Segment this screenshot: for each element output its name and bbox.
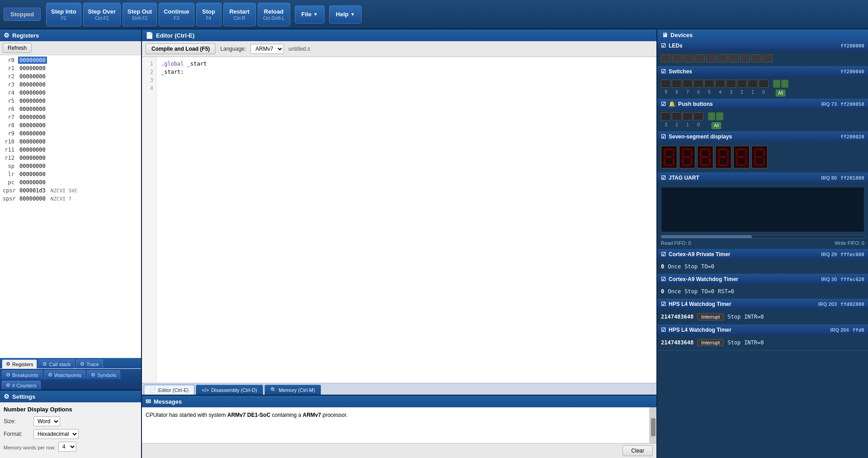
reg-value-r10[interactable]: 00000000: [18, 138, 47, 145]
reg-value-r5[interactable]: 00000000: [18, 97, 47, 105]
reg-value-r6[interactable]: 00000000: [18, 105, 47, 113]
led-3[interactable]: [695, 54, 705, 62]
register-row-r8[interactable]: r800000000: [0, 121, 141, 129]
reg-value-lr[interactable]: 00000000: [18, 171, 47, 178]
refresh-button[interactable]: Refresh: [3, 43, 32, 53]
led-7[interactable]: [740, 54, 750, 62]
reg-value-r3[interactable]: 00000000: [18, 81, 47, 88]
language-select[interactable]: ARMv7: [250, 44, 284, 54]
register-row-r4[interactable]: r400000000: [0, 89, 141, 97]
clear-button[interactable]: Clear: [623, 445, 653, 456]
compile-button[interactable]: Compile and Load (F5): [146, 43, 216, 54]
tab-trace[interactable]: ⚙ Trace: [76, 359, 103, 368]
seg-digit-3[interactable]: [715, 146, 731, 168]
memwords-select[interactable]: 4: [58, 442, 76, 452]
led-1[interactable]: [672, 54, 682, 62]
reg-value-sp[interactable]: 00000000: [18, 162, 47, 170]
reg-value-r11[interactable]: 00000000: [18, 146, 47, 153]
seg-digit-5[interactable]: [751, 146, 768, 168]
step-over-button[interactable]: Step Over Ctrl-F2: [83, 3, 121, 26]
led-9[interactable]: [763, 54, 773, 62]
help-menu-button[interactable]: Help ▼: [329, 5, 362, 24]
tab-symbols[interactable]: ⚙ Symbols: [87, 370, 120, 379]
led-5[interactable]: [717, 54, 727, 62]
editor-body[interactable]: 1 2 3 4 .global _start _start:: [142, 57, 656, 383]
pushbtn-2[interactable]: [672, 112, 682, 120]
seg-digit-0[interactable]: [661, 146, 677, 168]
editor-tab-disassembly[interactable]: </> Disassembly (Ctrl-D): [196, 385, 263, 395]
stop-button[interactable]: Stop F4: [196, 3, 222, 26]
step-out-button[interactable]: Step Out Shift-F2: [123, 3, 157, 26]
switch-3[interactable]: [726, 80, 736, 88]
switch-9[interactable]: [661, 80, 671, 88]
reg-value-cpsr[interactable]: 000001d3: [18, 187, 47, 194]
pushbtn-0[interactable]: [693, 112, 703, 120]
messages-scroll-thumb[interactable]: [651, 418, 656, 436]
register-row-r9[interactable]: r900000000: [0, 129, 141, 138]
register-row-r0[interactable]: r000000000: [0, 56, 141, 64]
switch-0[interactable]: [759, 80, 769, 88]
pushbtn-check-b[interactable]: [716, 112, 723, 120]
tab-watchpoints[interactable]: ⚙ Watchpoints: [44, 370, 85, 379]
switch-5[interactable]: [704, 80, 714, 88]
reg-value-r2[interactable]: 00000000: [18, 73, 47, 80]
reg-value-r7[interactable]: 00000000: [18, 114, 47, 121]
step-into-button[interactable]: Step Into F2: [46, 3, 81, 26]
continue-button[interactable]: Continue F3: [159, 3, 194, 26]
switch-7[interactable]: [683, 80, 693, 88]
register-row-r3[interactable]: r300000000: [0, 81, 141, 89]
messages-scrollbar[interactable]: [649, 407, 656, 443]
reload-button[interactable]: Reload Ctrl-Shift-L: [258, 3, 290, 26]
led-8[interactable]: [751, 54, 761, 62]
reg-value-r12[interactable]: 00000000: [18, 154, 47, 162]
editor-tab-editor[interactable]: 📄 Editor (Ctrl-E): [144, 385, 194, 395]
file-menu-button[interactable]: File ▼: [295, 5, 325, 24]
editor-tab-memory[interactable]: 🔍 Memory (Ctrl-M): [264, 385, 321, 395]
switch-check-b[interactable]: [781, 80, 788, 88]
switch-1[interactable]: [748, 80, 758, 88]
register-row-r2[interactable]: r200000000: [0, 72, 141, 81]
pushbtn-check-a[interactable]: [708, 112, 715, 120]
hps-l4-watchdog2-interrupt-btn[interactable]: Interrupt: [697, 339, 724, 346]
reg-value-pc[interactable]: 00000000: [18, 179, 47, 186]
code-area[interactable]: .global _start _start:: [156, 57, 656, 383]
register-row-cpsr[interactable]: cpsr000001d3NZCVI SVC: [0, 186, 141, 195]
seg-digit-4[interactable]: [733, 146, 750, 168]
format-select[interactable]: Hexadecimal: [33, 429, 79, 439]
switch-check-a[interactable]: [773, 80, 780, 88]
register-row-r12[interactable]: r1200000000: [0, 154, 141, 162]
jtag-uart-scrollbar-thumb[interactable]: [661, 235, 752, 238]
size-select[interactable]: Word: [33, 416, 60, 426]
restart-button[interactable]: Restart Ctrl-R: [223, 3, 256, 26]
reg-value-r9[interactable]: 00000000: [18, 130, 47, 137]
seg-digit-2[interactable]: [697, 146, 713, 168]
led-4[interactable]: [706, 54, 716, 62]
switch-4[interactable]: [715, 80, 725, 88]
pushbtn-3[interactable]: [661, 112, 671, 120]
tab-call-stack[interactable]: ⚙ Call stack: [38, 359, 75, 368]
reg-value-r4[interactable]: 00000000: [18, 89, 47, 96]
tab-registers[interactable]: ⚙ Registers: [2, 359, 37, 368]
switch-2[interactable]: [737, 80, 747, 88]
pushbtn-1[interactable]: [683, 112, 693, 120]
register-row-r6[interactable]: r600000000: [0, 105, 141, 113]
led-6[interactable]: [729, 54, 739, 62]
register-row-pc[interactable]: pc00000000: [0, 178, 141, 186]
switch-6[interactable]: [693, 80, 703, 88]
reg-value-r1[interactable]: 00000000: [18, 65, 47, 72]
register-row-r10[interactable]: r1000000000: [0, 138, 141, 146]
switch-8[interactable]: [672, 80, 682, 88]
register-row-sp[interactable]: sp00000000: [0, 162, 141, 170]
led-0[interactable]: [661, 54, 671, 62]
reg-value-r8[interactable]: 00000000: [18, 122, 47, 129]
register-row-r5[interactable]: r500000000: [0, 97, 141, 105]
register-row-spsr[interactable]: spsr00000000NZCVI ?: [0, 195, 141, 203]
register-row-lr[interactable]: lr00000000: [0, 170, 141, 178]
jtag-uart-scrollbar[interactable]: [661, 235, 864, 239]
led-2[interactable]: [684, 54, 693, 62]
reg-value-spsr[interactable]: 00000000: [18, 195, 47, 202]
seg-digit-1[interactable]: [679, 146, 695, 168]
hps-l4-watchdog1-interrupt-btn[interactable]: Interrupt: [697, 313, 724, 320]
register-row-r1[interactable]: r100000000: [0, 64, 141, 72]
register-row-r7[interactable]: r700000000: [0, 113, 141, 121]
